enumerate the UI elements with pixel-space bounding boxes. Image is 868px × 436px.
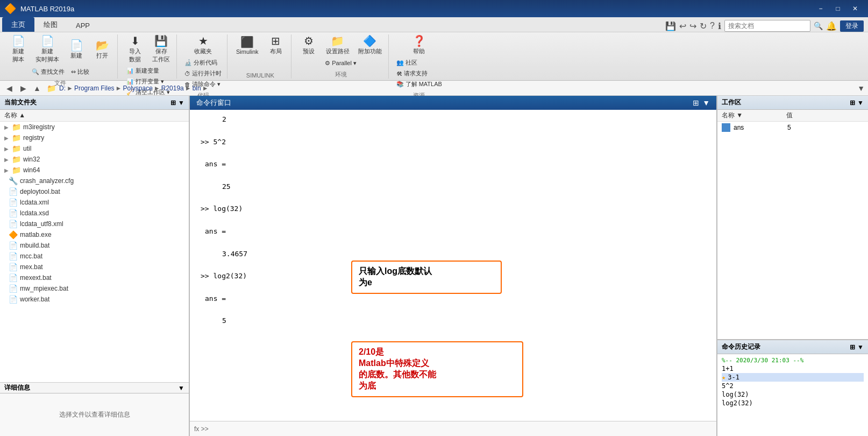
work-panel-dropdown[interactable]: ▼ (857, 99, 864, 107)
close-button[interactable]: ✕ (846, 3, 864, 15)
compare-button[interactable]: ⇔ 比较 (69, 67, 91, 77)
nav-up-button[interactable]: ▲ (31, 82, 43, 94)
new-script-button[interactable]: 📄 新建脚本 (6, 34, 30, 65)
file-mexext[interactable]: 📄 mexext.bat (0, 272, 189, 283)
nav-back-button[interactable]: ◀ (3, 82, 15, 94)
folder-win64[interactable]: ▶ 📁 win64 (0, 165, 189, 175)
request-support-button[interactable]: 🛠请求支持 (394, 68, 430, 79)
addons-button[interactable]: 🔷 附加功能 (355, 34, 385, 57)
file-lcdata-utf8[interactable]: 📄 lcdata_utf8.xml (0, 219, 189, 229)
xml-icon: 📄 (9, 198, 18, 207)
col-name-header[interactable]: 名称 ▲ (4, 111, 184, 120)
folder-m3iregistry[interactable]: ▶ 📁 m3iregistry (0, 122, 189, 132)
save-workspace-button[interactable]: 💾 保存工作区 (149, 34, 173, 65)
toolbar-group-env: ⚙ 预设 📁 设置路径 🔷 附加功能 ⚙Parallel ▾ 环境 (294, 34, 389, 79)
cmd-blank5 (201, 215, 706, 226)
bat-icon-mex: 📄 (9, 263, 18, 271)
import-button[interactable]: ⬇ 导入数据 (123, 34, 147, 65)
file-mcc[interactable]: 📄 mcc.bat (0, 251, 189, 262)
cmd-dropdown-icon[interactable]: ▼ (702, 99, 710, 107)
parallel-button[interactable]: ⚙Parallel ▾ (323, 59, 359, 68)
file-lcdata-xsd[interactable]: 📄 lcdata.xsd (0, 208, 189, 219)
cmd-toggle-icon[interactable]: ⊞ (693, 99, 699, 107)
hist-cmd-log32[interactable]: log(32) (722, 390, 864, 399)
layout-icon: ⊞ (271, 36, 280, 46)
command-content[interactable]: 2 >> 5^2 ans = 25 >> log(32) ans = 3.465… (190, 110, 716, 421)
crumb-d[interactable]: D: (59, 85, 66, 92)
new-button[interactable]: 📄 新建 (65, 39, 88, 61)
folder-registry[interactable]: ▶ 📁 registry (0, 132, 189, 143)
hist-cmd-log2-32[interactable]: log2(32) (722, 399, 864, 407)
run-timer-button[interactable]: ⏱运行并计时 (182, 68, 224, 79)
open-button[interactable]: 📂 打开 (90, 39, 114, 61)
hist-panel-toggle[interactable]: ⊞ (850, 343, 855, 351)
favorites-button[interactable]: ★ 收藏夹 (191, 34, 215, 57)
file-crash-cfg[interactable]: 🔧 crash_analyzer.cfg (0, 175, 189, 186)
help-icon2[interactable]: ? (710, 21, 715, 31)
work-cols: 名称 ▼ 值 (717, 110, 868, 122)
notification-icon[interactable]: 🔔 (826, 21, 837, 31)
help-btn-icon: ❓ (412, 36, 426, 46)
new-var-button[interactable]: 📊新建变量 (124, 66, 161, 76)
cmd-prompt-1: >> 5^2 (201, 137, 706, 148)
layout-button[interactable]: ⊞ 布局 (264, 34, 288, 57)
file-worker[interactable]: 📄 worker.bat (0, 294, 189, 305)
search-icon[interactable]: 🔍 (814, 22, 823, 30)
undo-icon[interactable]: ↩ (679, 21, 686, 31)
login-button[interactable]: 登录 (840, 20, 864, 32)
crumb-bin[interactable]: bin (193, 85, 201, 92)
cmd-ans-25: 25 (201, 181, 706, 193)
compare-label: 比较 (77, 68, 89, 76)
maximize-button[interactable]: □ (829, 3, 846, 15)
cmd-ans-label-1: ans = (201, 159, 706, 170)
nav-forward-button[interactable]: ▶ (17, 82, 29, 94)
file-panel-toggle[interactable]: ⊞ (170, 99, 176, 107)
tab-plot[interactable]: 绘图 (34, 17, 67, 32)
preferences-button[interactable]: ⚙ 预设 (297, 34, 321, 57)
new-live-script-button[interactable]: 📄 新建实时脚本 (32, 34, 62, 65)
simulink-icon: ⬛ (240, 37, 254, 47)
minimize-button[interactable]: − (812, 3, 829, 15)
file-panel-dropdown-icon[interactable]: ▼ (178, 99, 184, 107)
reload-icon[interactable]: ↻ (700, 21, 707, 31)
crumb-polyspace[interactable]: Polyspace (123, 85, 152, 92)
run-timer-label: 运行并计时 (192, 69, 222, 78)
work-panel: 工作区 ⊞ ▼ 名称 ▼ 值 ans 5 命令历史记录 (717, 96, 868, 436)
hist-cmd-1plus1-text: 1+1 (722, 365, 734, 372)
simulink-button[interactable]: ⬛ Simulink (233, 36, 262, 56)
search-input[interactable] (724, 20, 810, 32)
hist-panel-dropdown[interactable]: ▼ (857, 343, 864, 351)
learn-matlab-button[interactable]: 📚了解 MATLAB (394, 79, 444, 89)
command-footer[interactable]: fx >> (190, 421, 716, 436)
crumb-programfiles[interactable]: Program Files (74, 85, 115, 92)
folder-util[interactable]: ▶ 📁 util (0, 143, 189, 154)
file-mw-mpiexec[interactable]: 📄 mw_mpiexec.bat (0, 283, 189, 294)
work-name-col[interactable]: 名称 ▼ (722, 111, 786, 120)
tab-home[interactable]: 主页 (2, 17, 34, 32)
help-button[interactable]: ❓ 帮助 (407, 34, 431, 57)
folder-win32[interactable]: ▶ 📁 win32 (0, 154, 189, 165)
redo-icon[interactable]: ↪ (689, 21, 696, 31)
save-icon[interactable]: 💾 (665, 21, 676, 31)
details-toggle-icon[interactable]: ▼ (178, 384, 184, 392)
crumb-r2019a[interactable]: R2019a (161, 85, 184, 92)
analyze-code-button[interactable]: 🔬分析代码 (182, 58, 219, 68)
work-item-ans[interactable]: ans 5 (717, 122, 868, 133)
support-icon: 🛠 (396, 71, 402, 77)
cfg-icon: 🔧 (9, 177, 18, 185)
community-button[interactable]: 👥社区 (394, 58, 419, 68)
file-mex[interactable]: 📄 mex.bat (0, 262, 189, 272)
file-mbuild[interactable]: 📄 mbuild.bat (0, 240, 189, 251)
set-path-button[interactable]: 📁 设置路径 (323, 34, 353, 57)
file-matlab-exe[interactable]: 🔶 matlab.exe (0, 229, 189, 240)
file-lcdata-xml[interactable]: 📄 lcdata.xml (0, 197, 189, 208)
find-file-button[interactable]: 🔍 查找文件 (30, 67, 67, 77)
addr-dropdown-icon[interactable]: ▼ (857, 84, 865, 93)
hist-cmd-5pow2[interactable]: 5^2 (722, 382, 864, 390)
work-panel-toggle[interactable]: ⊞ (850, 99, 855, 107)
tab-app[interactable]: APP (67, 19, 99, 32)
file-deploytool[interactable]: 📄 deploytool.bat (0, 186, 189, 197)
info-icon[interactable]: ℹ (718, 21, 721, 31)
hist-cmd-3minus1[interactable]: ★ 3-1 (722, 373, 864, 382)
hist-cmd-1plus1[interactable]: 1+1 (722, 364, 864, 373)
